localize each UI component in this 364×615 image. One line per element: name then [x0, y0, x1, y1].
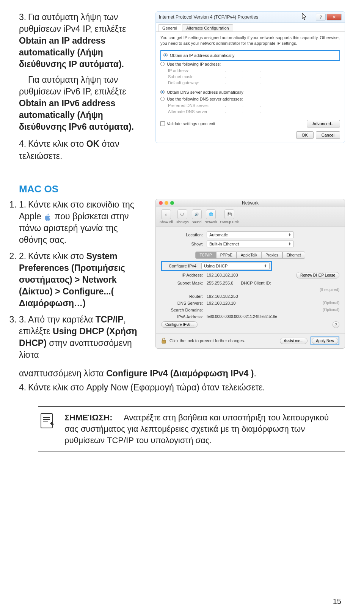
mac-step-2: 2.Κάντε κλικ στο System Preferences (Προ… — [19, 250, 148, 309]
tb-displays[interactable]: 🖵Displays — [176, 209, 189, 224]
val-dns: 192.168.128.10 — [207, 301, 235, 305]
mac-title: Network — [242, 200, 259, 206]
val-router: 192.168.182.250 — [207, 294, 238, 299]
note-label: ΣΗΜΕΊΩΣΗ: — [64, 413, 113, 422]
help-icon[interactable]: ? — [333, 321, 339, 328]
mac-step-4: 4.Κάντε κλικ στο Apply Now (Εφαρμογή τώρ… — [19, 382, 345, 393]
checkbox-icon — [160, 121, 165, 126]
tb-sound[interactable]: 🔊Sound — [192, 209, 202, 224]
mac-step-3: 3.Από την καρτέλα TCP/IP, επιλέξτε Using… — [19, 314, 148, 361]
step-4-num: 4. — [19, 138, 28, 150]
sel-cfg4[interactable]: Using DHCP▲▼ — [201, 263, 270, 269]
dialog-title: Internet Protocol Version 4 (TCP/IPv4) P… — [159, 14, 316, 20]
lbl-router: Router: — [161, 294, 207, 299]
lbl-ipv6: IPv6 Address: — [161, 315, 207, 319]
lbl-search: Search Domains: — [161, 308, 207, 312]
step-3: 3.Για αυτόματη λήψη των ρυθμίσεων iPv4 I… — [19, 11, 148, 133]
step-3-bold1: Obtain an IP address automatically (Λήψη… — [19, 36, 124, 69]
lbl-show: Show: — [161, 242, 207, 246]
close-button[interactable]: ✕ — [326, 14, 342, 20]
advanced-button[interactable]: Advanced... — [307, 120, 340, 127]
apply-button[interactable]: Apply Now — [312, 338, 338, 344]
apple-icon — [44, 213, 52, 221]
step-3-text1: Για αυτόματη λήψη των ρυθμίσεων iPv4 IP,… — [19, 12, 126, 34]
val-ipv6: fe80:0000:0000:0000:0211:24ff:fe32:b18e — [207, 315, 277, 319]
radio-auto-dns[interactable]: Obtain DNS server address automatically — [160, 89, 340, 96]
tab-tcpip[interactable]: TCP/IP — [195, 252, 216, 259]
lbl-dns: DNS Servers: — [161, 301, 207, 305]
lbl-ip: IP Address: — [161, 273, 207, 277]
macos-heading: MAC OS — [19, 183, 345, 195]
cancel-button[interactable]: Cancel — [316, 131, 340, 139]
dialog-info: You can get IP settings assigned automat… — [160, 35, 340, 46]
mac-toolbar: ⌂Show All 🖵Displays 🔊Sound 🌐Network 💾Sta… — [156, 207, 345, 226]
lock-icon[interactable] — [161, 338, 166, 344]
lbl-pdns: Preferred DNS server: — [168, 103, 225, 108]
tab-general[interactable]: General — [158, 24, 181, 31]
opt1: (Optional) — [323, 301, 339, 305]
windows-ipv4-dialog: Internet Protocol Version 4 (TCP/IPv4) P… — [155, 11, 345, 143]
lbl-mask: Subnet mask: — [168, 74, 225, 79]
tab-appletalk[interactable]: AppleTalk — [237, 252, 261, 259]
assist-button[interactable]: Assist me... — [280, 338, 308, 344]
traffic-min-icon[interactable] — [165, 201, 168, 205]
val-ip: 192.168.182.103 — [207, 273, 238, 277]
tab-ethernet[interactable]: Ethernet — [282, 252, 305, 259]
tab-pppoe[interactable]: PPPoE — [216, 252, 237, 259]
dialog-titlebar: Internet Protocol Version 4 (TCP/IPv4) P… — [156, 12, 345, 23]
lbl-dhcpid: DHCP Client ID: — [241, 281, 271, 285]
svg-rect-1 — [41, 414, 52, 428]
mac-step-2-num: 2. — [19, 250, 28, 262]
radio-icon — [163, 53, 168, 57]
cursor-icon — [301, 13, 308, 20]
lbl-ip: IP address: — [168, 68, 225, 73]
step-3-num: 3. — [19, 11, 28, 23]
lock-text: Click the lock to prevent further change… — [169, 338, 245, 343]
opt2: (Optional) — [323, 308, 339, 312]
tb-startup[interactable]: 💾Startup Disk — [220, 209, 239, 224]
lbl-cfg4: Configure IPv4: — [163, 264, 201, 268]
tab-proxies[interactable]: Proxies — [261, 252, 282, 259]
note-icon — [38, 412, 57, 446]
radio-icon — [160, 62, 165, 66]
mac-network-window: Network ⌂Show All 🖵Displays 🔊Sound 🌐Netw… — [155, 199, 345, 349]
highlight-cfg4: Configure IPv4:Using DHCP▲▼ — [161, 261, 272, 271]
mac-titlebar: Network — [156, 199, 345, 207]
step-4-text1: Κάντε κλικ στο — [28, 139, 86, 149]
step-3-text2: Για αυτόματη λήψη των ρυθμίσεων iPv6 IP,… — [19, 75, 126, 96]
validate-checkbox[interactable]: Validate settings upon exit — [160, 121, 215, 126]
traffic-close-icon[interactable] — [159, 201, 163, 205]
tb-showall[interactable]: ⌂Show All — [160, 209, 173, 224]
svg-rect-0 — [162, 340, 166, 343]
tab-alternate[interactable]: Alternate Configuration — [182, 24, 233, 31]
renew-button[interactable]: Renew DHCP Lease — [296, 272, 339, 278]
lbl-location: Location: — [161, 233, 207, 237]
radio-use-dns[interactable]: Use the following DNS server addresses: — [160, 96, 340, 102]
sel-show[interactable]: Built-in Ethernet▲▼ — [207, 241, 294, 247]
mac-step-1: 1.Κάντε κλικ στο εικονίδιο της Apple που… — [19, 199, 148, 246]
traffic-zoom-icon[interactable] — [170, 201, 174, 205]
radio-icon — [160, 90, 165, 94]
cfg6-button[interactable]: Configure IPv6... — [161, 321, 198, 328]
page-number: 15 — [333, 597, 341, 606]
tb-network[interactable]: 🌐Network — [205, 209, 217, 224]
sel-location[interactable]: Automatic▲▼ — [207, 231, 294, 238]
highlight-auto-ip: Obtain an IP address automatically — [160, 50, 340, 61]
mac-step-1-num: 1. — [19, 199, 28, 211]
note-box: ΣΗΜΕΊΩΣΗ: Ανατρέξτε στη βοήθεια και υποσ… — [38, 406, 345, 451]
radio-auto-ip[interactable]: Obtain an IP address automatically — [163, 52, 337, 59]
val-mask: 255.255.255.0 — [207, 281, 233, 285]
radio-use-ip[interactable]: Use the following IP address: — [160, 61, 340, 68]
step-4: 4.Κάντε κλικ στο OK όταν τελειώσετε. — [19, 138, 148, 162]
ok-button[interactable]: OK — [296, 131, 314, 139]
step-3-bold2: Obtain an IPv6 address automatically (Λή… — [19, 98, 134, 132]
mac-step-3-num: 3. — [19, 314, 28, 326]
lbl-adns: Alternate DNS server: — [168, 109, 225, 114]
step-4-bold: OK — [86, 139, 100, 149]
hint-req: (If required) — [320, 288, 339, 292]
lbl-gw: Default gateway: — [168, 80, 225, 85]
help-button[interactable]: ? — [316, 14, 326, 20]
lbl-mask: Subnet Mask: — [161, 281, 207, 285]
radio-icon — [160, 97, 165, 101]
